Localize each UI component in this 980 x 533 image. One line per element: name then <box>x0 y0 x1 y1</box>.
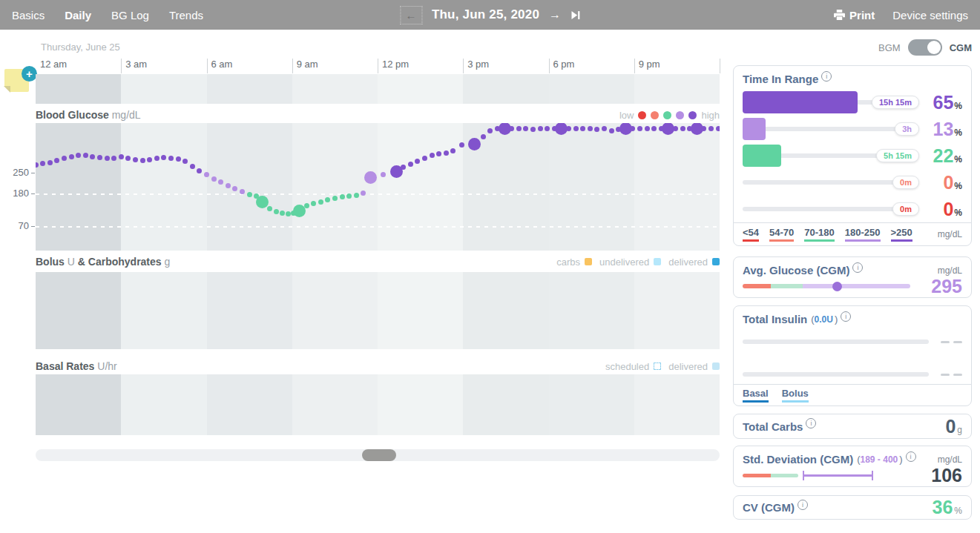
cgm-reading-dot[interactable] <box>523 126 528 131</box>
cgm-reading-dot[interactable] <box>645 126 650 131</box>
cgm-reading-dot[interactable] <box>580 126 585 131</box>
tab-daily[interactable]: Daily <box>65 9 91 21</box>
cgm-reading-dot[interactable] <box>630 126 635 131</box>
bgm-cgm-toggle[interactable] <box>908 39 942 56</box>
tir-percent: 22% <box>919 145 962 167</box>
cv-units: % <box>954 506 962 516</box>
std-deviation-row: 106 <box>734 466 971 483</box>
cgm-reading-dot[interactable] <box>459 142 464 148</box>
cgm-reading-dot[interactable] <box>708 126 714 131</box>
cgm-reading-dot[interactable] <box>566 126 571 131</box>
cgm-reading-dot[interactable] <box>286 211 291 216</box>
cgm-reading-dot[interactable] <box>594 127 599 132</box>
previous-day-button[interactable]: ← <box>400 6 422 24</box>
total-carbs-units: g <box>957 425 962 435</box>
cgm-reading-dot[interactable] <box>481 134 486 139</box>
tir-duration-pill: 0m <box>892 176 919 189</box>
cgm-reading-dot[interactable] <box>176 156 181 162</box>
total-insulin-title: Total Insulin <box>743 313 807 325</box>
cgm-reading-dot[interactable] <box>69 154 74 159</box>
cgm-reading-dot[interactable] <box>211 176 217 182</box>
cgm-reading-dot[interactable] <box>247 192 252 197</box>
info-icon[interactable] <box>821 71 832 82</box>
cgm-reading-dot[interactable] <box>401 165 406 170</box>
cgm-reading-dot[interactable] <box>267 206 272 211</box>
scrollbar-thumb[interactable] <box>362 449 396 461</box>
tir-percent-number: 0 <box>943 172 953 193</box>
cgm-reading-dot[interactable] <box>76 153 81 158</box>
cgm-reading-dot[interactable] <box>226 183 231 188</box>
bg-range-units: mg/dL <box>938 229 962 239</box>
cgm-reading-dot[interactable] <box>673 126 678 131</box>
info-icon[interactable] <box>852 262 863 273</box>
print-button[interactable]: Print <box>834 9 875 21</box>
cgm-reading-dot[interactable] <box>36 162 39 168</box>
cgm-reading-dot[interactable] <box>509 126 514 131</box>
cgm-reading-dot[interactable] <box>111 156 116 161</box>
bg-range-label: >250 <box>891 227 912 242</box>
info-icon[interactable] <box>798 500 808 510</box>
cgm-reading-dot[interactable] <box>468 138 481 150</box>
basal-title-text: Basal Rates <box>36 360 94 372</box>
cgm-reading-dot[interactable] <box>637 126 642 131</box>
cgm-reading-dot[interactable] <box>83 153 88 158</box>
cgm-reading-dot[interactable] <box>602 126 607 131</box>
skip-to-latest-icon <box>570 10 580 20</box>
info-icon[interactable] <box>841 311 851 322</box>
bg-y-tick-label: 180 <box>13 188 29 199</box>
cgm-reading-dot[interactable] <box>444 150 449 156</box>
cgm-reading-dot[interactable] <box>90 154 95 159</box>
cgm-reading-dot[interactable] <box>318 199 323 205</box>
cgm-reading-dot[interactable] <box>680 126 685 131</box>
cgm-reading-dot[interactable] <box>47 160 53 165</box>
cgm-reading-dot[interactable] <box>545 126 550 131</box>
avg-glucose-marker[interactable] <box>832 282 842 291</box>
cgm-reading-dot[interactable] <box>701 126 706 131</box>
cgm-reading-dot[interactable] <box>573 126 579 131</box>
bg-range-label: 70-180 <box>804 227 834 242</box>
cgm-reading-dot[interactable] <box>340 194 345 199</box>
cgm-reading-dot[interactable] <box>450 148 456 153</box>
cgm-reading-dot[interactable] <box>716 126 720 131</box>
cgm-reading-dot[interactable] <box>97 155 102 160</box>
cgm-reading-dot[interactable] <box>415 159 420 164</box>
cgm-reading-dot[interactable] <box>422 156 427 161</box>
timeline-scrollbar[interactable] <box>36 449 720 461</box>
cgm-reading-dot[interactable] <box>304 203 309 208</box>
cgm-reading-dot[interactable] <box>364 171 377 184</box>
cgm-reading-dot[interactable] <box>588 126 593 131</box>
cgm-reading-dot[interactable] <box>168 156 174 161</box>
cgm-reading-dot[interactable] <box>651 126 657 131</box>
cv-title: CV (CGM) <box>743 501 795 514</box>
cgm-reading-dot[interactable] <box>133 157 138 162</box>
std-deviation-units: mg/dL <box>938 454 962 465</box>
time-band <box>634 123 720 251</box>
cgm-reading-dot[interactable] <box>381 172 386 177</box>
cgm-reading-dot[interactable] <box>516 126 522 131</box>
tab-bg-log[interactable]: BG Log <box>111 9 149 21</box>
cgm-reading-dot[interactable] <box>430 153 435 158</box>
cgm-reading-dot[interactable] <box>190 164 195 169</box>
cgm-reading-dot[interactable] <box>182 159 188 164</box>
cgm-reading-dot[interactable] <box>487 128 493 133</box>
info-icon[interactable] <box>806 418 816 428</box>
cgm-reading-dot[interactable] <box>354 193 359 198</box>
cgm-reading-dot[interactable] <box>408 162 413 167</box>
basal-section-header: Basal Rates U/hr scheduleddelivered <box>36 360 720 373</box>
cgm-reading-dot[interactable] <box>140 158 145 163</box>
cgm-reading-dot[interactable] <box>105 156 110 161</box>
printer-icon <box>834 10 845 20</box>
tab-trends[interactable]: Trends <box>169 9 203 21</box>
device-settings-button[interactable]: Device settings <box>892 9 968 21</box>
basal-units-text: U/hr <box>97 360 116 372</box>
cgm-reading-dot[interactable] <box>609 128 614 133</box>
most-recent-day-button[interactable] <box>570 10 580 20</box>
cgm-reading-dot[interactable] <box>538 126 543 131</box>
tab-basics[interactable]: Basics <box>12 9 45 21</box>
info-icon[interactable] <box>906 451 916 462</box>
time-band <box>463 272 548 349</box>
cgm-reading-dot[interactable] <box>530 127 536 132</box>
next-day-button[interactable]: → <box>549 8 561 21</box>
add-note-button[interactable]: + <box>4 66 39 96</box>
cgm-reading-dot[interactable] <box>256 196 269 208</box>
